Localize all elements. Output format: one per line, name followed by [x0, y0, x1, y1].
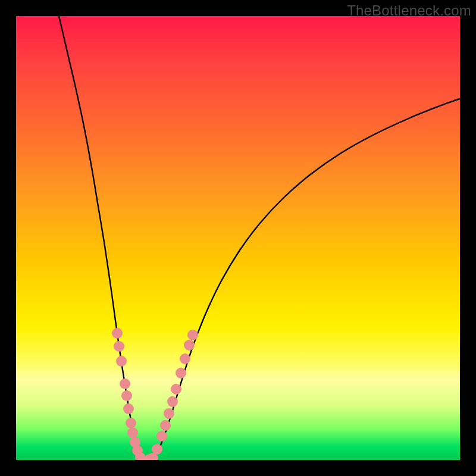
chart-svg	[16, 16, 460, 460]
data-markers-right	[144, 330, 198, 460]
data-marker	[120, 378, 130, 389]
data-marker	[127, 427, 138, 438]
chart-plot-area	[16, 16, 460, 460]
data-marker	[171, 384, 181, 394]
data-marker	[121, 390, 132, 401]
data-marker	[176, 368, 186, 378]
data-marker	[156, 431, 167, 441]
data-marker	[164, 408, 174, 419]
data-markers-left	[112, 328, 146, 460]
data-marker	[180, 353, 190, 364]
data-marker	[160, 420, 171, 431]
data-marker	[167, 396, 178, 407]
data-marker	[152, 444, 162, 455]
data-marker	[126, 418, 136, 428]
watermark-label: TheBottleneck.com	[347, 2, 471, 19]
data-marker	[112, 328, 123, 339]
data-marker	[114, 341, 124, 352]
data-marker	[187, 330, 198, 340]
data-marker	[184, 340, 195, 350]
data-marker	[123, 403, 134, 414]
data-marker	[116, 356, 127, 367]
curve-right-branch	[143, 99, 460, 460]
